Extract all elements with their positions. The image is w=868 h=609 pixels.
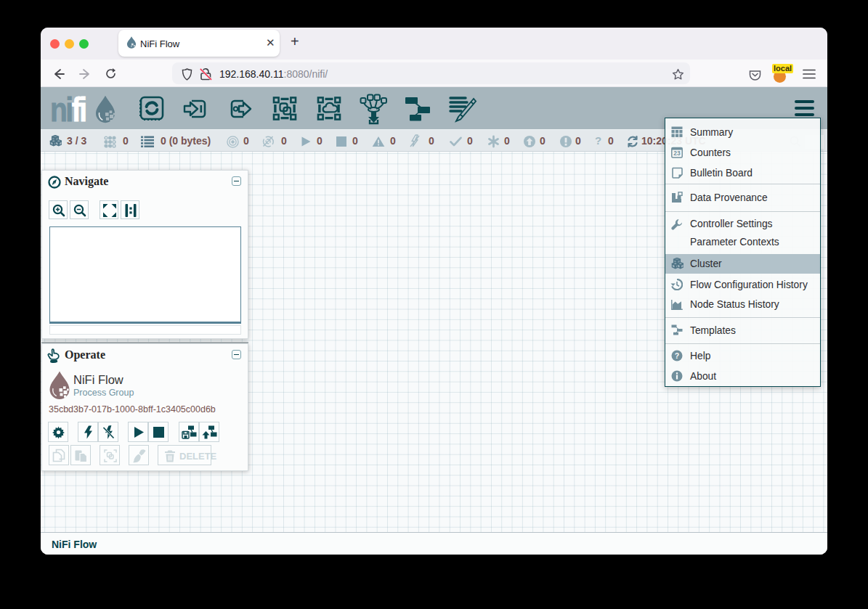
svg-text:23: 23 xyxy=(673,150,681,157)
svg-text:?: ? xyxy=(675,351,679,360)
